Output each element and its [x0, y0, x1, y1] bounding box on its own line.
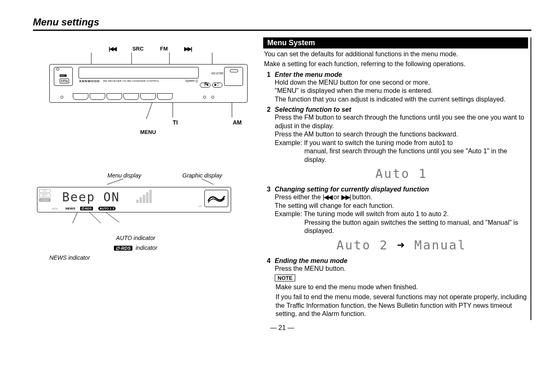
- mw-icon: M№: [60, 78, 69, 83]
- intro-text-2: Make a setting for each function, referr…: [264, 60, 528, 68]
- auto-indicator-callout: AUTO indicator: [70, 235, 202, 244]
- page-title: Menu settings: [33, 16, 531, 31]
- leader-lines-top: [74, 53, 247, 64]
- preset-button: [157, 93, 173, 100]
- step-body-line: manual, first search through the functio…: [304, 147, 528, 164]
- svg-line-10: [90, 212, 111, 223]
- step-1: 1 Enter the menu mode Hold down the MENU…: [263, 71, 528, 104]
- prev-track-icon: |◀◀: [323, 194, 332, 201]
- content-column: Menu System You can set the defaults for…: [263, 37, 531, 320]
- news-indicator: NEWS: [65, 207, 75, 210]
- step-body-line: The function that you can adjust is indi…: [275, 95, 528, 104]
- figure-column: |◀◀ SRC FM ▶▶|: [33, 37, 255, 320]
- display-bottom-leaders: [37, 212, 230, 223]
- graphic-display-label: Graphic display: [183, 172, 222, 179]
- text-fragment: button.: [352, 194, 372, 201]
- dot-display-auto2: Auto 2: [336, 238, 388, 252]
- svg-line-6: [144, 103, 152, 119]
- step-body-line: "MENU" is displayed when the menu mode i…: [275, 87, 528, 95]
- skip-buttons: · ꕯ◀ ▶ꕯ ·: [200, 83, 222, 88]
- leader-lines-bottom: [74, 103, 247, 119]
- display-diagram: Menu display Graphic display ST ATT LOUD…: [37, 172, 234, 264]
- rds-chip-icon: ∅·RDS: [114, 246, 132, 251]
- ch-label: ch: [199, 204, 202, 208]
- section-header: Menu System: [263, 37, 528, 48]
- svg-line-9: [61, 212, 77, 223]
- step-4: 4 Ending the menu mode Press the MENU bu…: [263, 257, 528, 273]
- news-indicator-callout: NEWS indicator: [49, 254, 234, 264]
- preset-button: [90, 93, 105, 100]
- arrow-right-icon: ➜: [397, 238, 405, 252]
- dot-icon: [203, 96, 206, 99]
- menu-display-label: Menu display: [107, 172, 141, 179]
- step-title: Selecting function to set: [275, 106, 528, 113]
- auto-indicator: AUTO 1 2: [98, 207, 116, 210]
- preset-button: [123, 93, 139, 100]
- graphic-display-icon: [204, 190, 228, 207]
- svg-line-7: [107, 179, 123, 184]
- device-diagram: |◀◀ SRC FM ▶▶|: [45, 46, 255, 135]
- step-number: 2: [263, 106, 271, 183]
- text-fragment: Press either the: [275, 194, 323, 201]
- skip-next-icon: ▶ꕯ ·: [212, 83, 222, 88]
- step-title: Enter the menu mode: [275, 71, 528, 78]
- am-label: AM: [233, 119, 242, 126]
- preset-button: [73, 93, 88, 100]
- step-body-line: Press the AM button to search through th…: [275, 130, 528, 138]
- step-number: 4: [263, 257, 271, 273]
- step-body-line: The setting will change for each functio…: [275, 202, 528, 210]
- dot-display-transition: Auto 2 ➜ Manual: [275, 238, 528, 252]
- note-line: If you fail to end the menu mode, severa…: [276, 293, 528, 318]
- device-screen: [79, 67, 199, 78]
- step-2: 2 Selecting function to set Press the FM…: [263, 106, 528, 183]
- note-line: Make sure to end the menu mode when fini…: [276, 283, 528, 291]
- display-leader-lines: [37, 179, 234, 184]
- menu-label: MENU: [49, 129, 247, 135]
- page-number: — 21 —: [33, 324, 531, 332]
- right-knob-icon: [224, 67, 243, 86]
- dot-icon: [60, 96, 63, 99]
- step-3: 3 Changing setting for currently display…: [263, 186, 528, 254]
- fm-label: FM: [160, 46, 168, 52]
- menu-display-text: Beep ON: [62, 190, 120, 204]
- skip-prev-icon: · ꕯ◀: [200, 83, 210, 88]
- dot-display-auto1: Auto 1: [275, 166, 528, 181]
- st-chip: ST: [39, 189, 51, 193]
- next-track-icon: ▶▶|: [341, 194, 350, 201]
- brand-label: KENWOOD: [79, 79, 100, 83]
- loud-chip: LOUD: [39, 198, 51, 202]
- step-body-line: Hold down the MENU button for one second…: [275, 78, 528, 87]
- dot-icon: [211, 96, 214, 99]
- preset-button: [140, 93, 156, 100]
- step-body-line: Press either the |◀◀ or ▶▶| button.: [275, 193, 528, 201]
- note-label: NOTE: [275, 274, 295, 281]
- left-knob-icon: SRC M№: [54, 67, 73, 86]
- ti-label: TI: [173, 119, 178, 126]
- att-chip: ATT: [39, 194, 51, 197]
- systemq-label: System Q: [185, 79, 198, 82]
- svg-line-11: [106, 212, 119, 222]
- step-body-line: Press the MENU button.: [275, 265, 528, 273]
- src-chip: SRC: [60, 74, 67, 77]
- next-track-icon: ▶▶|: [184, 46, 192, 52]
- preset-button: [107, 93, 122, 100]
- step-title: Changing setting for currently displayed…: [275, 186, 528, 193]
- step-number: 1: [263, 71, 271, 104]
- rds-indicator-text: indicator: [136, 244, 158, 251]
- src-label: SRC: [132, 46, 144, 52]
- model-tag: KD-673R: [211, 72, 223, 75]
- step-body-line: Press the FM button to search through th…: [275, 113, 528, 130]
- prev-track-icon: |◀◀: [109, 46, 116, 52]
- dot-display-manual: Manual: [415, 238, 466, 252]
- intro-text-1: You can set the defaults for additional …: [264, 50, 528, 58]
- text-fragment: or: [334, 194, 341, 201]
- pty-indicator: PTY: [52, 208, 58, 210]
- svg-line-8: [202, 179, 214, 184]
- step-number: 3: [263, 186, 271, 254]
- step-body-line: Example: The tuning mode will switch fro…: [275, 210, 528, 218]
- rds-indicator-callout: ∅·RDS indicator: [70, 244, 202, 254]
- step-body-line: Pressing the button again switches the s…: [304, 219, 528, 235]
- step-body-line: Example: If you want to switch the tunin…: [275, 139, 528, 147]
- model-sub-label: MD RECEIVER CD-MD-CHANGER CONTROL: [103, 80, 159, 82]
- step-title: Ending the menu mode: [275, 257, 528, 265]
